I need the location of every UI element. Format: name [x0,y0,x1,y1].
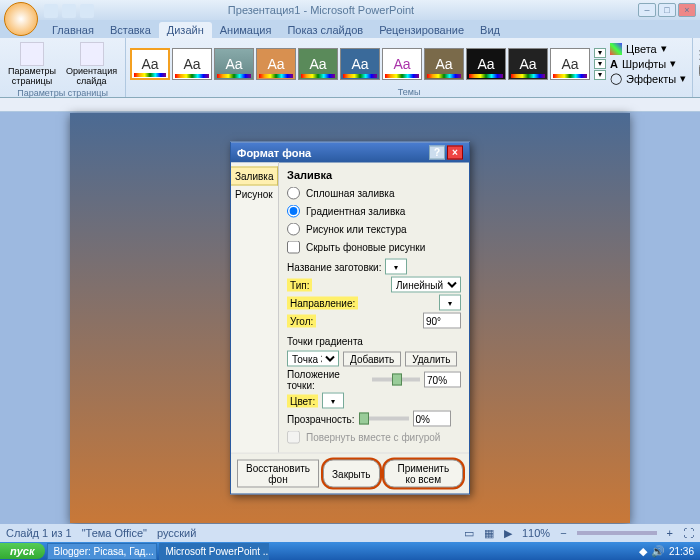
theme-scroll-up[interactable] [594,48,606,58]
tab-animation[interactable]: Анимация [212,22,280,38]
minimize-button[interactable]: – [638,3,656,17]
page-setup-button[interactable]: Параметры страницы [4,40,60,88]
tab-home[interactable]: Главная [44,22,102,38]
group-page-setup: Параметры страницы Ориентация слайда Пар… [0,38,126,97]
titlebar: Презентация1 - Microsoft PowerPoint – □ … [0,0,700,20]
tab-design[interactable]: Дизайн [159,22,212,38]
theme-thumb-2[interactable]: Aa [172,48,212,80]
theme-thumb-1[interactable]: Aa [130,48,170,80]
effects-dropdown[interactable]: ◯Эффекты ▾ [610,72,686,85]
tab-review[interactable]: Рецензирование [371,22,472,38]
theme-thumb-3[interactable]: Aa [214,48,254,80]
ribbon: Параметры страницы Ориентация слайда Пар… [0,38,700,98]
group-background: 🖼Стили фона ▾ Скрыть фоновые рисунки Фон [693,38,700,97]
fonts-dropdown[interactable]: AШрифты ▾ [610,57,686,70]
quick-access-toolbar [44,4,94,18]
tab-insert[interactable]: Вставка [102,22,159,38]
window-controls: – □ × [638,3,696,17]
save-icon[interactable] [44,4,58,18]
app-title: Презентация1 - Microsoft PowerPoint [4,4,638,16]
colors-dropdown[interactable]: Цвета ▾ [610,42,686,55]
theme-thumb-8[interactable]: Aa [424,48,464,80]
theme-thumb-10[interactable]: Aa [508,48,548,80]
theme-thumb-9[interactable]: Aa [466,48,506,80]
undo-icon[interactable] [62,4,76,18]
group-themes: Aa Aa Aa Aa Aa Aa Aa Aa Aa Aa Aa Цвета ▾… [126,38,693,97]
theme-thumb-7[interactable]: Aa [382,48,422,80]
theme-more[interactable] [594,70,606,80]
office-button[interactable] [4,2,38,36]
theme-scroll-down[interactable] [594,59,606,69]
theme-thumb-6[interactable]: Aa [340,48,380,80]
ruler-h [0,98,700,112]
theme-thumb-5[interactable]: Aa [298,48,338,80]
tab-slideshow[interactable]: Показ слайдов [279,22,371,38]
ribbon-tabs: Главная Вставка Дизайн Анимация Показ сл… [0,20,700,38]
theme-thumb-11[interactable]: Aa [550,48,590,80]
theme-thumb-4[interactable]: Aa [256,48,296,80]
orientation-button[interactable]: Ориентация слайда [62,40,121,88]
tab-view[interactable]: Вид [472,22,508,38]
close-button[interactable]: × [678,3,696,17]
redo-icon[interactable] [80,4,94,18]
maximize-button[interactable]: □ [658,3,676,17]
